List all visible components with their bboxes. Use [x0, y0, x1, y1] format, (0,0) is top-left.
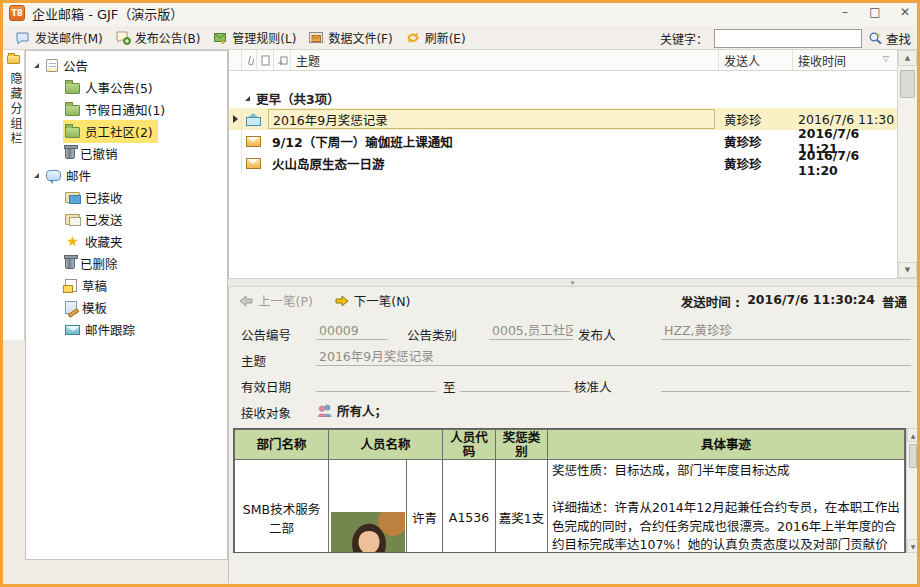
mail-tracking-icon — [65, 325, 80, 335]
scroll-up-button[interactable]: ▲ — [898, 50, 917, 66]
sent-time-info: 发送时间 : 2016/7/6 11:30:24 普通 — [681, 292, 907, 311]
sidebar-item-label: 草稿 — [82, 276, 107, 295]
expander-icon[interactable] — [34, 173, 39, 178]
draft-icon — [65, 279, 77, 292]
hide-group-bar-tab[interactable]: 隐藏分组栏 — [3, 50, 25, 340]
valid-from-value — [316, 374, 436, 392]
sidebar-item-label: 已删除 — [80, 254, 118, 273]
sender-column-label: 发送人 — [724, 52, 760, 69]
current-row-arrow-icon — [233, 115, 238, 123]
sidebar-item-drafts[interactable]: 草稿 — [26, 274, 227, 296]
scroll-down-button[interactable]: ▼ — [907, 539, 919, 553]
refresh-icon — [405, 30, 421, 45]
announcement-icon — [46, 59, 58, 72]
sidebar-item-sent[interactable]: 已发送 — [26, 208, 227, 230]
sidebar-item-templates[interactable]: 模板 — [26, 296, 227, 318]
reply-flag-icon — [277, 55, 288, 66]
star-icon: ★ — [65, 234, 80, 248]
cell-photo — [329, 460, 407, 554]
sidebar-item-favorites[interactable]: ★收藏夹 — [26, 230, 227, 252]
sender-column-header[interactable]: 发送人 — [719, 50, 793, 70]
sidebar-item-holiday-notices[interactable]: 节假日通知(1) — [26, 98, 227, 120]
next-record-button[interactable]: 下一笔(N) — [335, 291, 411, 310]
sort-descending-icon: ▽ — [883, 54, 889, 63]
trash-icon — [65, 147, 75, 159]
sidebar-item-employee-community[interactable]: 员工社区(2) — [26, 120, 227, 142]
cell-reward-category: 嘉奖1支 — [496, 460, 548, 554]
row-gutter — [229, 152, 242, 174]
col-reward-category: 奖惩类别 — [496, 430, 548, 460]
send-mail-button[interactable]: 发送邮件(M) — [9, 27, 109, 48]
attachment-column-header[interactable] — [242, 50, 257, 70]
refresh-button[interactable]: 刷新(E) — [399, 27, 472, 48]
manage-rules-label: 管理规则(L) — [232, 29, 296, 46]
sidebar-item-deleted[interactable]: 已删除 — [26, 252, 227, 274]
row-sender: 黄珍珍 — [719, 154, 793, 173]
find-button[interactable]: 查找 — [868, 29, 913, 48]
received-column-header[interactable]: 接收时间▽ — [793, 50, 898, 70]
page-icon — [261, 55, 270, 66]
sidebar-item-label: 已接收 — [85, 188, 123, 207]
list-scrollbar[interactable]: ▲ ▼ — [897, 50, 917, 278]
scrollbar-thumb[interactable] — [900, 70, 915, 98]
folder-icon — [65, 127, 80, 138]
sidebar-item-label: 公告 — [63, 56, 88, 75]
announcement-no-label: 公告编号 — [241, 325, 291, 344]
sidebar-item-label: 邮件跟踪 — [85, 320, 135, 339]
sidebar-item-revoked[interactable]: 已撤销 — [26, 142, 227, 164]
row-sender: 黄珍珍 — [719, 110, 793, 129]
find-icon — [868, 31, 883, 45]
inbox-icon — [65, 192, 80, 203]
sidebar-item-inbox[interactable]: 已接收 — [26, 186, 227, 208]
scrollbar-thumb[interactable] — [909, 444, 917, 468]
received-column-label: 接收时间 — [798, 52, 846, 69]
subject-value: 2016年9月奖惩记录 — [316, 348, 911, 366]
maximize-button[interactable]: □ — [860, 2, 890, 22]
close-button[interactable]: ✕ — [890, 2, 920, 22]
sidebar-item-label: 已发送 — [85, 210, 123, 229]
data-files-button[interactable]: 数据文件(F) — [302, 27, 398, 48]
flag-column-header[interactable] — [274, 50, 291, 70]
subject-label: 主题 — [241, 351, 266, 370]
message-list: 主题 发送人 接收时间▽ 更早（共3项） 2016年9月奖惩记录 黄珍珍 201… — [228, 50, 917, 278]
minimize-button[interactable]: – — [830, 2, 860, 22]
approver-label: 核准人 — [574, 377, 612, 396]
pane-splitter[interactable]: ▾ — [228, 278, 917, 287]
manage-rules-icon — [212, 30, 228, 45]
people-icon — [317, 404, 333, 417]
category-value: 0005,员工社区 — [489, 322, 573, 340]
keyword-input[interactable] — [714, 29, 862, 48]
sidebar-item-hr-announcements[interactable]: 人事公告(5) — [26, 76, 227, 98]
sent-time-value: 2016/7/6 11:30:24 — [747, 292, 875, 311]
subject-column-header[interactable]: 主题 — [291, 50, 719, 70]
table-scrollbar[interactable]: ▲ ▼ — [906, 428, 919, 553]
previous-record-button[interactable]: 上一笔(P) — [239, 291, 313, 310]
scroll-down-button[interactable]: ▼ — [898, 262, 917, 278]
sent-icon — [65, 214, 80, 225]
cell-department: SMB技术服务二部 — [235, 460, 329, 554]
mail-bubble-icon — [46, 170, 61, 181]
window-title: 企业邮箱 - GJF（演示版） — [32, 4, 183, 23]
col-department: 部门名称 — [235, 430, 329, 460]
list-row[interactable]: 火山岛原生态一日游 黄珍珍 2016/7/6 11:20 — [229, 152, 917, 174]
announcement-no-value: 00009 — [316, 322, 388, 340]
list-group-header[interactable]: 更早（共3项） — [229, 88, 917, 108]
document-column-header[interactable] — [257, 50, 274, 70]
valid-to-value — [460, 374, 570, 392]
sidebar-item-mail[interactable]: 邮件 — [26, 164, 227, 186]
row-subject: 9/12（下周一）瑜伽班上课通知 — [268, 131, 715, 151]
app-window: T8 企业邮箱 - GJF（演示版） – □ ✕ 发送邮件(M) 发布公告(B)… — [0, 0, 920, 587]
folder-tree: 公告 人事公告(5) 节假日通知(1) 员工社区(2) 已撤销 邮件 已接收 已… — [25, 50, 228, 560]
mail-closed-icon — [246, 136, 261, 147]
send-mail-label: 发送邮件(M) — [35, 29, 103, 46]
manage-rules-button[interactable]: 管理规则(L) — [206, 27, 302, 48]
post-announcement-button[interactable]: 发布公告(B) — [109, 27, 207, 48]
group-expander-icon[interactable] — [245, 96, 250, 101]
expander-icon[interactable] — [34, 63, 39, 68]
group-label: 更早（共3项） — [256, 89, 340, 108]
recipients-value: 所有人； — [337, 401, 387, 420]
template-icon — [65, 301, 77, 314]
sidebar-item-mail-tracking[interactable]: 邮件跟踪 — [26, 318, 227, 340]
sidebar-item-announcements[interactable]: 公告 — [26, 54, 227, 76]
scroll-up-button[interactable]: ▲ — [907, 428, 919, 442]
